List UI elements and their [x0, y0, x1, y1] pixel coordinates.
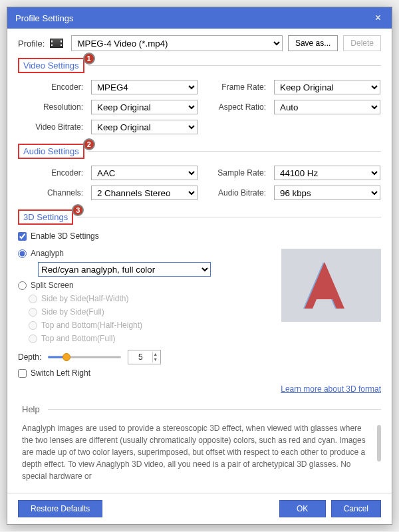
frame-rate-label: Frame Rate:: [204, 80, 267, 94]
video-encoder-select[interactable]: MPEG4: [91, 80, 198, 94]
video-section-header: Video Settings 1: [18, 58, 381, 73]
tb-half-row: Top and Bottom(Half-Height): [29, 321, 268, 330]
sbs-full-radio[interactable]: [29, 308, 37, 317]
switch-lr-checkbox[interactable]: [18, 369, 27, 378]
dialog-title: Profile Settings: [15, 13, 73, 23]
audio-section-header: Audio Settings 2: [18, 144, 381, 159]
anaglyph-radio[interactable]: [18, 249, 27, 258]
audio-bitrate-select[interactable]: 96 kbps: [274, 186, 380, 200]
aspect-ratio-label: Aspect Ratio:: [204, 100, 267, 114]
video-bitrate-select[interactable]: Keep Original: [91, 120, 198, 134]
help-text: Anaglyph images are used to provide a st…: [22, 422, 381, 482]
enable-3d-checkbox[interactable]: [18, 232, 27, 241]
enable-3d-row: Enable 3D Settings: [18, 231, 381, 241]
switch-lr-label: Switch Left Right: [31, 368, 90, 378]
video-file-icon: [50, 39, 63, 48]
help-section-title: Help: [18, 403, 44, 416]
delete-button[interactable]: Delete: [343, 35, 381, 51]
save-as-button[interactable]: Save as...: [288, 35, 338, 51]
resolution-label: Resolution:: [18, 100, 84, 114]
badge-2: 2: [83, 138, 95, 150]
sbs-half-row: Side by Side(Half-Width): [29, 294, 268, 303]
help-scrollbar[interactable]: [377, 425, 381, 462]
video-encoder-label: Encoder:: [18, 80, 84, 94]
badge-3: 3: [72, 204, 84, 216]
video-section-title: Video Settings 1: [18, 58, 84, 73]
audio-form: Encoder: AAC Sample Rate: 44100 Hz Chann…: [18, 166, 381, 200]
restore-defaults-button[interactable]: Restore Defaults: [18, 500, 102, 517]
audio-bitrate-label: Audio Bitrate:: [204, 186, 267, 200]
channels-label: Channels:: [18, 186, 84, 200]
cancel-button[interactable]: Cancel: [331, 500, 381, 517]
audio-section-title: Audio Settings 2: [18, 144, 84, 159]
split-screen-label: Split Screen: [31, 281, 74, 290]
sbs-full-row: Side by Side(Full): [29, 307, 268, 317]
depth-spinner[interactable]: 5 ▲▼: [128, 350, 161, 364]
tb-full-row: Top and Bottom(Full): [29, 334, 268, 343]
3d-section-title: 3D Settings 3: [18, 209, 73, 225]
channels-select[interactable]: 2 Channels Stereo: [91, 186, 198, 200]
audio-encoder-select[interactable]: AAC: [91, 166, 198, 180]
titlebar: Profile Settings ×: [7, 7, 392, 29]
split-screen-radio[interactable]: [18, 281, 27, 290]
sbs-half-radio[interactable]: [29, 295, 37, 303]
sample-rate-select[interactable]: 44100 Hz: [274, 166, 380, 180]
ok-button[interactable]: OK: [279, 500, 326, 517]
profile-label: Profile:: [18, 39, 45, 49]
anaglyph-a-icon: [291, 255, 371, 315]
tb-half-radio[interactable]: [29, 321, 37, 330]
profile-select[interactable]: MPEG-4 Video (*.mp4): [71, 35, 282, 51]
3d-link-row: Learn more about 3D format: [18, 384, 381, 394]
audio-encoder-label: Encoder:: [18, 166, 84, 180]
badge-1: 1: [83, 53, 95, 65]
footer: Restore Defaults OK Cancel: [7, 493, 392, 524]
frame-rate-select[interactable]: Keep Original: [274, 80, 380, 94]
depth-row: Depth: 5 ▲▼: [18, 350, 268, 364]
learn-more-3d-link[interactable]: Learn more about 3D format: [281, 384, 381, 394]
3d-preview: [281, 249, 381, 322]
profile-settings-dialog: Profile Settings × Profile: MPEG-4 Video…: [7, 7, 392, 525]
profile-row: Profile: MPEG-4 Video (*.mp4) Save as...…: [18, 35, 381, 51]
aspect-ratio-select[interactable]: Auto: [274, 100, 380, 114]
anaglyph-label: Anaglyph: [31, 249, 64, 258]
resolution-select[interactable]: Keep Original: [91, 100, 198, 114]
depth-label: Depth:: [18, 352, 41, 362]
anaglyph-row: Anaglyph: [18, 249, 268, 258]
anaglyph-mode-select[interactable]: Red/cyan anaglyph, full color: [38, 262, 211, 277]
depth-slider[interactable]: [48, 352, 121, 362]
video-bitrate-label: Video Bitrate:: [18, 120, 84, 134]
help-section-header: Help: [18, 403, 381, 416]
switch-lr-row: Switch Left Right: [18, 368, 268, 378]
video-form: Encoder: MPEG4 Frame Rate: Keep Original…: [18, 80, 381, 134]
tb-full-radio[interactable]: [29, 334, 37, 343]
sample-rate-label: Sample Rate:: [204, 166, 267, 180]
split-screen-row: Split Screen: [18, 281, 268, 290]
enable-3d-label: Enable 3D Settings: [31, 231, 99, 241]
close-icon[interactable]: ×: [372, 12, 384, 24]
3d-section-header: 3D Settings 3: [18, 209, 381, 225]
